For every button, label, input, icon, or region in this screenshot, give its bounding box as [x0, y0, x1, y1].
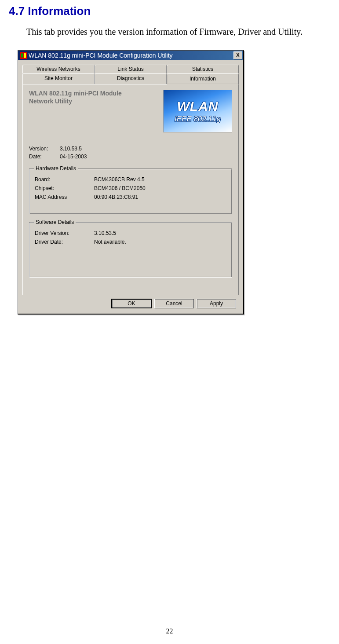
version-label: Version: [29, 146, 60, 152]
tab-statistics[interactable]: Statistics [167, 65, 239, 73]
software-details-title: Software Details [34, 219, 76, 225]
board-value: BCM4306CB Rev 4.5 [94, 176, 145, 183]
date-label: Date: [29, 154, 60, 160]
mac-label: MAC Address [35, 194, 94, 200]
date-value: 04-15-2003 [60, 154, 87, 160]
logo-text-wlan: WLAN [177, 99, 219, 114]
tab-row-back: Wireless Networks Link Status Statistics [22, 65, 239, 73]
driver-version-value: 3.10.53.5 [94, 230, 116, 236]
dialog-button-row: OK Cancel Apply [22, 295, 239, 310]
section-paragraph: This tab provides you the version inform… [26, 27, 330, 37]
config-dialog: WLAN 802.11g mini-PCI Module Configurati… [18, 50, 244, 315]
wlan-logo: WLAN IEEE 802.11g [163, 90, 232, 132]
hardware-details-group: Hardware Details Board: BCM4306CB Rev 4.… [29, 168, 232, 214]
board-label: Board: [35, 176, 94, 183]
software-details-group: Software Details Driver Version: 3.10.53… [29, 222, 232, 278]
tabs: Wireless Networks Link Status Statistics… [22, 65, 239, 84]
apply-rest: pply [213, 300, 223, 307]
tab-diagnostics[interactable]: Diagnostics [95, 73, 167, 84]
tab-wireless-networks[interactable]: Wireless Networks [22, 65, 95, 73]
tab-site-monitor[interactable]: Site Monitor [22, 73, 95, 84]
cancel-button[interactable]: Cancel [154, 299, 194, 308]
titlebar-text: WLAN 802.11g mini-PCI Module Configurati… [29, 52, 233, 59]
product-name: WLAN 802.11g mini-PCI Module Network Uti… [29, 90, 159, 105]
ok-button[interactable]: OK [111, 299, 152, 308]
apply-accel: A [210, 300, 213, 307]
chipset-label: Chipset: [35, 185, 94, 191]
tab-row-front: Site Monitor Diagnostics Information [22, 73, 239, 84]
app-icon [20, 52, 27, 59]
section-heading: 4.7 Information [9, 4, 330, 18]
logo-text-ieee: IEEE 802.11g [175, 115, 221, 124]
product-name-line1: WLAN 802.11g mini-PCI Module [29, 90, 122, 97]
apply-button[interactable]: Apply [197, 299, 236, 308]
tab-information[interactable]: Information [167, 73, 239, 84]
hardware-details-title: Hardware Details [34, 165, 78, 172]
titlebar[interactable]: WLAN 802.11g mini-PCI Module Configurati… [18, 51, 243, 60]
driver-date-label: Driver Date: [35, 239, 94, 245]
page-number: 22 [0, 627, 339, 635]
tab-panel-information: WLAN 802.11g mini-PCI Module Network Uti… [22, 84, 239, 295]
product-name-line2: Network Utility [29, 98, 72, 105]
chipset-value: BCM4306 / BCM2050 [94, 185, 146, 191]
tab-link-status[interactable]: Link Status [95, 65, 167, 73]
version-value: 3.10.53.5 [60, 146, 82, 152]
dialog-body: Wireless Networks Link Status Statistics… [18, 60, 243, 314]
mac-value: 00:90:4B:23:C8:91 [94, 194, 138, 200]
close-button[interactable]: X [233, 51, 242, 59]
driver-date-value: Not available. [94, 239, 126, 245]
driver-version-label: Driver Version: [35, 230, 94, 236]
